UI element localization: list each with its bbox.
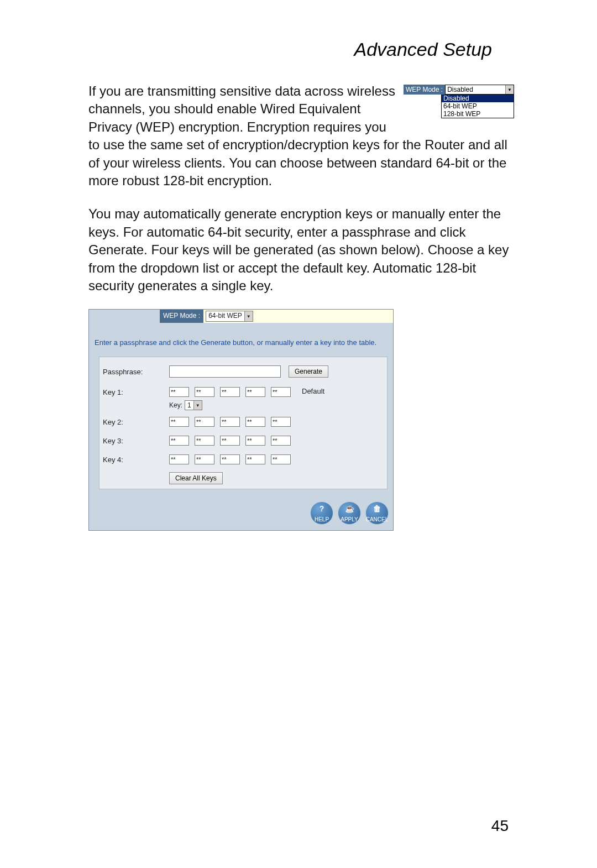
key3-octet-2[interactable]: ** — [195, 436, 214, 446]
key4-octet-3[interactable]: ** — [220, 454, 240, 464]
wep-mode-select[interactable]: Disabled ▼ — [445, 85, 514, 95]
passphrase-row: Passphrase: Generate — [100, 357, 387, 384]
wep-mode-option-disabled[interactable]: Disabled — [442, 95, 514, 102]
panel-action-buttons: ? HELP ☕ APPLY 🗑 CANCEL — [89, 495, 393, 530]
key1-label: Key 1: — [103, 387, 169, 396]
key1-octet-4[interactable]: ** — [245, 387, 265, 397]
key4-octet-1[interactable]: ** — [169, 454, 189, 464]
key1-row: Key 1: ** ** ** ** ** Key: 1 ▼ — [100, 384, 387, 412]
key4-octets: ** ** ** ** ** — [169, 454, 291, 464]
help-label: HELP — [315, 516, 329, 522]
wep-mode-bar: WEP Mode : 64-bit WEP ▼ — [89, 310, 393, 323]
chevron-down-icon: ▼ — [505, 85, 514, 94]
default-key-label: Key: — [169, 401, 182, 409]
key4-octet-2[interactable]: ** — [195, 454, 214, 464]
clear-all-keys-button[interactable]: Clear All Keys — [169, 472, 223, 484]
key3-octet-3[interactable]: ** — [220, 436, 240, 446]
help-icon: ? — [320, 504, 324, 513]
paragraph-2: You may automatically generate encryptio… — [88, 205, 514, 295]
key2-octet-1[interactable]: ** — [169, 417, 189, 427]
generate-button[interactable]: Generate — [289, 365, 328, 378]
key3-octet-5[interactable]: ** — [271, 436, 291, 446]
cancel-label: CANCEL — [366, 516, 389, 522]
wep-mode-label: WEP Mode : — [404, 85, 445, 95]
wep-mode-value-panel: 64-bit WEP — [206, 311, 244, 321]
wep-settings-panel: WEP Mode : 64-bit WEP ▼ Enter a passphra… — [88, 309, 394, 531]
cancel-icon: 🗑 — [373, 504, 381, 513]
key4-octet-4[interactable]: ** — [245, 454, 265, 464]
wep-mode-option-64bit[interactable]: 64-bit WEP — [442, 102, 514, 110]
key1-octets: ** ** ** ** ** — [169, 387, 291, 397]
key2-octet-4[interactable]: ** — [245, 417, 265, 427]
wep-mode-selected-value: Disabled — [446, 85, 505, 94]
apply-icon: ☕ — [345, 504, 354, 513]
default-key-row: Key: 1 ▼ — [169, 400, 291, 410]
default-key-select[interactable]: 1 ▼ — [185, 400, 202, 410]
key2-row: Key 2: ** ** ** ** ** — [100, 412, 387, 431]
wep-mode-select-panel[interactable]: 64-bit WEP ▼ — [206, 311, 253, 322]
key3-label: Key 3: — [103, 437, 169, 445]
panel-instruction: Enter a passphrase and click the Generat… — [89, 323, 393, 354]
wep-mode-label-panel: WEP Mode : — [160, 310, 203, 323]
passphrase-label: Passphrase: — [103, 368, 169, 376]
cancel-button[interactable]: 🗑 CANCEL — [365, 501, 389, 525]
key1-octet-3[interactable]: ** — [220, 387, 240, 397]
key3-row: Key 3: ** ** ** ** ** — [100, 431, 387, 450]
key1-octet-1[interactable]: ** — [169, 387, 189, 397]
key2-octets: ** ** ** ** ** — [169, 417, 291, 427]
key2-label: Key 2: — [103, 418, 169, 426]
key4-row: Key 4: ** ** ** ** ** — [100, 450, 387, 469]
clear-row: Clear All Keys — [100, 469, 387, 489]
passphrase-input[interactable] — [169, 365, 281, 378]
page-title: Advanced Setup — [88, 39, 492, 60]
page: Advanced Setup WEP Mode : Disabled ▼ Dis… — [0, 0, 597, 868]
key3-octet-1[interactable]: ** — [169, 436, 189, 446]
apply-button[interactable]: ☕ APPLY — [338, 501, 361, 525]
apply-label: APPLY — [341, 516, 358, 522]
key4-label: Key 4: — [103, 456, 169, 464]
key1-octet-2[interactable]: ** — [195, 387, 214, 397]
chevron-down-icon: ▼ — [193, 401, 202, 410]
chevron-down-icon: ▼ — [244, 311, 253, 321]
default-label: Default — [302, 387, 341, 395]
wep-mode-dropdown-figure: WEP Mode : Disabled ▼ Disabled 64-bit WE… — [404, 85, 514, 118]
wep-mode-option-128bit[interactable]: 128-bit WEP — [442, 110, 514, 118]
key2-octet-5[interactable]: ** — [271, 417, 291, 427]
key2-octet-2[interactable]: ** — [195, 417, 214, 427]
page-number: 45 — [491, 817, 509, 835]
key3-octets: ** ** ** ** ** — [169, 436, 291, 446]
key3-octet-4[interactable]: ** — [245, 436, 265, 446]
key2-octet-3[interactable]: ** — [220, 417, 240, 427]
key1-octet-5[interactable]: ** — [271, 387, 291, 397]
wep-mode-options-list: Disabled 64-bit WEP 128-bit WEP — [441, 95, 514, 118]
key4-octet-5[interactable]: ** — [271, 454, 291, 464]
key-form: Passphrase: Generate Key 1: ** ** ** ** … — [99, 357, 387, 489]
default-key-value: 1 — [185, 401, 193, 410]
help-button[interactable]: ? HELP — [310, 501, 333, 525]
